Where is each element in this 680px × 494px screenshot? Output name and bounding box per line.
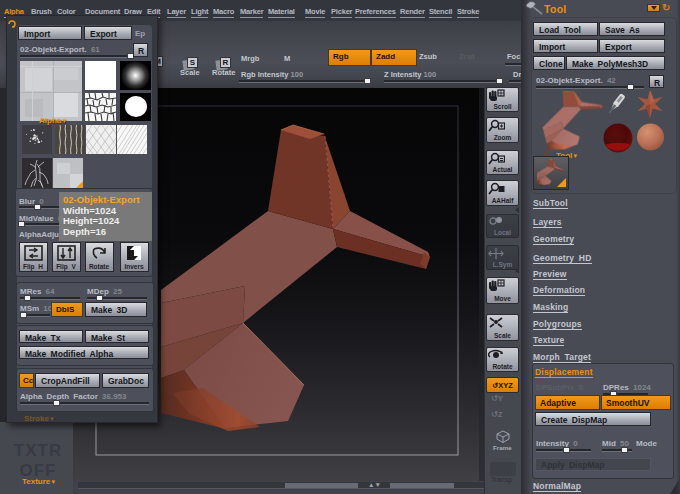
svg-text:Invers: Invers — [124, 263, 144, 270]
svg-text:Flip V: Flip V — [56, 263, 76, 271]
svg-text:Rotate: Rotate — [89, 263, 110, 270]
svg-text:Flip H: Flip H — [23, 263, 43, 271]
